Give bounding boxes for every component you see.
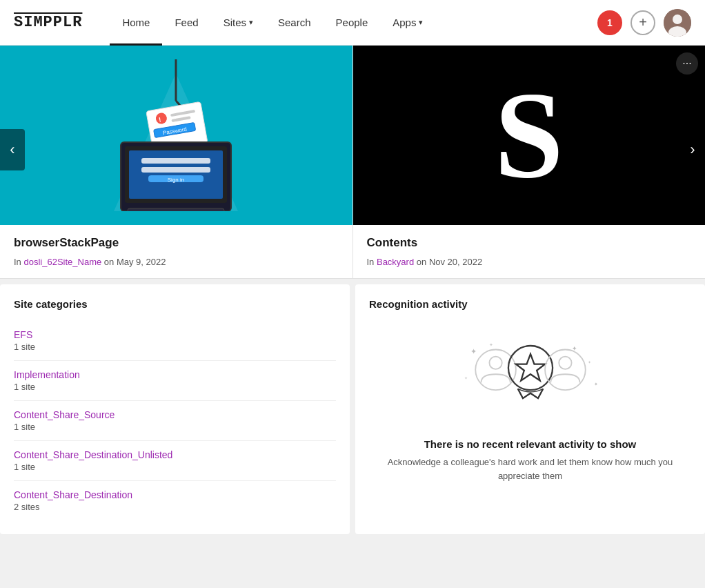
svg-point-42 (545, 350, 586, 391)
recognition-main-text: There is no recent relevant activity to … (376, 438, 684, 450)
svg-point-37 (475, 350, 516, 391)
category-count: 1 site (14, 342, 336, 352)
carousel-next-button[interactable]: › (680, 129, 705, 170)
nav-apps[interactable]: Apps ▾ (380, 0, 435, 46)
card-2-meta: In Backyard on Nov 20, 2022 (367, 257, 692, 267)
svg-text:Sign in: Sign in (168, 177, 184, 183)
simpplr-image: ··· S (353, 46, 706, 225)
list-item: Content_Share_Destination 2 sites (14, 481, 336, 520)
bottom-section: Site categories EFS 1 site Implementatio… (0, 284, 705, 534)
svg-text:✦: ✦ (464, 375, 467, 380)
category-count: 1 site (14, 382, 336, 392)
site-categories-panel: Site categories EFS 1 site Implementatio… (0, 284, 350, 534)
recognition-svg: ✦ ✦ ✦ ✦ ✦ ✦ (455, 335, 606, 418)
card-2-site-link[interactable]: Backyard (377, 257, 414, 267)
main-content: ‹ ! (0, 46, 705, 534)
recognition-title: Recognition activity (369, 298, 691, 310)
category-link-content-share-dest[interactable]: Content_Share_Destination (14, 489, 336, 500)
category-count: 2 sites (14, 502, 336, 512)
recognition-panel: Recognition activity ✦ ✦ ✦ ✦ ✦ ✦ (355, 284, 705, 534)
logo[interactable]: SIMPPLR (14, 14, 82, 31)
more-options-button[interactable]: ··· (676, 52, 698, 75)
notification-button[interactable]: 1 (597, 10, 622, 35)
recognition-illustration: ✦ ✦ ✦ ✦ ✦ ✦ (369, 321, 691, 431)
category-link-implementation[interactable]: Implementation (14, 369, 336, 380)
sites-chevron-icon: ▾ (249, 18, 253, 27)
svg-text:✦: ✦ (470, 347, 476, 355)
simpplr-logo-letter: S (495, 73, 564, 197)
list-item: Content_Share_Destination_Unlisted 1 sit… (14, 441, 336, 481)
nav-sites[interactable]: Sites ▾ (211, 0, 266, 46)
card-2-info: Contents In Backyard on Nov 20, 2022 (353, 225, 706, 278)
avatar[interactable] (664, 9, 691, 37)
svg-point-43 (559, 357, 571, 369)
svg-rect-18 (141, 167, 210, 173)
nav-home[interactable]: Home (110, 0, 162, 46)
add-button[interactable]: + (630, 10, 655, 35)
nav-search[interactable]: Search (266, 0, 324, 46)
carousel-card-1: ! Password (0, 46, 352, 278)
svg-text:✦: ✦ (489, 342, 493, 348)
nav-people[interactable]: People (324, 0, 381, 46)
recognition-sub-text: Acknowledge a colleague's hard work and … (376, 455, 684, 482)
svg-rect-17 (141, 158, 210, 164)
header: SIMPPLR Home Feed Sites ▾ Search People … (0, 0, 705, 46)
nav-feed[interactable]: Feed (162, 0, 210, 46)
recognition-text-block: There is no recent relevant activity to … (369, 431, 691, 489)
list-item: Content_Share_Source 1 site (14, 401, 336, 441)
list-item: EFS 1 site (14, 321, 336, 361)
card-1-site-link[interactable]: dosli_62Site_Name (23, 257, 101, 267)
category-link-content-share-source[interactable]: Content_Share_Source (14, 409, 336, 420)
svg-rect-23 (128, 208, 224, 211)
category-count: 1 site (14, 422, 336, 432)
apps-chevron-icon: ▾ (419, 18, 423, 27)
list-item: Implementation 1 site (14, 361, 336, 401)
svg-point-1 (673, 14, 682, 24)
svg-text:✦: ✦ (593, 381, 597, 387)
category-link-efs[interactable]: EFS (14, 329, 336, 340)
card-1-title: browserStackPage (14, 236, 339, 250)
card-1-info: browserStackPage In dosli_62Site_Name on… (0, 225, 352, 278)
card-1-meta: In dosli_62Site_Name on May 9, 2022 (14, 257, 339, 267)
card-2-title: Contents (367, 236, 692, 250)
svg-rect-16 (129, 150, 223, 199)
svg-text:✦: ✦ (587, 360, 590, 364)
svg-marker-41 (515, 354, 544, 381)
carousel-prev-button[interactable]: ‹ (0, 129, 25, 170)
carousel-card-2: ··· S Contents In Backyard on Nov 20, 20… (352, 46, 706, 278)
carousel-section: ‹ ! (0, 46, 705, 279)
category-link-content-share-dest-unlisted[interactable]: Content_Share_Destination_Unlisted (14, 449, 336, 460)
main-nav: Home Feed Sites ▾ Search People Apps ▾ (110, 0, 597, 46)
category-count: 1 site (14, 462, 336, 472)
header-right: 1 + (597, 9, 691, 37)
svg-point-38 (489, 357, 502, 369)
phishing-illustration: ! Password (79, 59, 272, 211)
site-categories-title: Site categories (14, 298, 336, 310)
phishing-image: ! Password (0, 46, 352, 225)
